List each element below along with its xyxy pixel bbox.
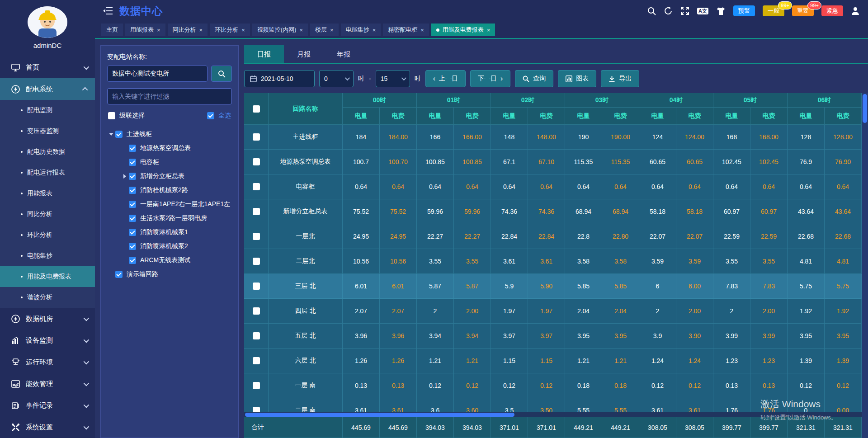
tab-close-icon[interactable]: × xyxy=(199,27,203,33)
report-tab-0[interactable]: 日报 xyxy=(244,45,284,63)
tree-node-checkbox[interactable] xyxy=(129,229,136,236)
submenu-item-0[interactable]: 配电监测 xyxy=(0,100,95,121)
row-checkbox[interactable] xyxy=(253,382,260,389)
submenu-item-4[interactable]: 用能报表 xyxy=(0,183,95,204)
row-checkbox[interactable] xyxy=(253,133,260,141)
tree-node-checkbox[interactable] xyxy=(129,187,136,194)
row-checkbox[interactable] xyxy=(253,307,260,315)
submenu-item-3[interactable]: 配电运行报表 xyxy=(0,162,95,183)
sidebar-item-2[interactable]: 数据机房 xyxy=(0,308,95,330)
tree-node-8[interactable]: 消防喷淋机械泵2 xyxy=(107,239,232,253)
cascade-checkbox[interactable] xyxy=(108,112,115,119)
submenu-item-2[interactable]: 配电历史数据 xyxy=(0,141,95,162)
caret-down-icon[interactable] xyxy=(108,133,114,136)
tab-8[interactable]: 用能及电费报表× xyxy=(431,24,495,36)
avatar[interactable] xyxy=(28,6,67,38)
tree-node-checkbox[interactable] xyxy=(115,131,123,138)
tree-node-checkbox[interactable] xyxy=(129,201,136,208)
select-all-rows-checkbox[interactable] xyxy=(253,105,260,113)
sidebar-item-5[interactable]: 能效管理 xyxy=(0,373,95,395)
row-checkbox[interactable] xyxy=(253,183,260,190)
tree-node-checkbox[interactable] xyxy=(129,215,136,222)
tree-filter-input[interactable] xyxy=(107,88,232,104)
station-search-button[interactable] xyxy=(211,66,232,82)
chart-button[interactable]: 图表 xyxy=(558,70,596,87)
row-checkbox[interactable] xyxy=(253,233,260,240)
hour-from-select[interactable]: 0 xyxy=(319,70,354,87)
vertical-scrollbar[interactable] xyxy=(862,93,868,438)
tab-6[interactable]: 电能集抄× xyxy=(341,24,381,36)
row-checkbox[interactable] xyxy=(253,208,260,215)
tab-close-icon[interactable]: × xyxy=(330,27,334,33)
tree-node-7[interactable]: 消防喷淋机械泵1 xyxy=(107,225,232,239)
tree-node-checkbox[interactable] xyxy=(115,271,123,278)
submenu-item-6[interactable]: 环比分析 xyxy=(0,225,95,245)
sidebar-item-6[interactable]: 事件记录 xyxy=(0,395,95,416)
tree-node-checkbox[interactable] xyxy=(129,145,136,152)
query-button[interactable]: 查询 xyxy=(515,70,553,87)
tab-2[interactable]: 同比分析× xyxy=(168,24,208,36)
alarm-badge-important[interactable]: 重要99+ xyxy=(792,5,814,16)
export-button[interactable]: 导出 xyxy=(601,70,639,87)
row-checkbox[interactable] xyxy=(253,283,260,290)
menu-fold-icon[interactable] xyxy=(103,7,113,15)
select-all-label[interactable]: 全选 xyxy=(218,112,231,120)
submenu-item-1[interactable]: 变压器监测 xyxy=(0,121,95,141)
select-all-checkbox[interactable] xyxy=(207,112,214,119)
tab-close-icon[interactable]: × xyxy=(241,27,245,33)
tree-node-10[interactable]: 演示箱回路 xyxy=(107,267,232,281)
row-checkbox[interactable] xyxy=(253,158,260,165)
tree-node-checkbox[interactable] xyxy=(129,257,136,264)
row-checkbox[interactable] xyxy=(253,258,260,265)
prev-day-button[interactable]: ‹ 上一日 xyxy=(425,70,466,87)
search-icon[interactable] xyxy=(647,7,656,15)
tree-node-9[interactable]: ARCM无线表测试 xyxy=(107,253,232,267)
row-checkbox[interactable] xyxy=(253,357,260,364)
tab-1[interactable]: 用能报表× xyxy=(125,24,165,36)
tab-5[interactable]: 楼层× xyxy=(310,24,339,36)
row-checkbox[interactable] xyxy=(253,407,260,412)
report-tab-2[interactable]: 年报 xyxy=(324,45,363,63)
sidebar-item-0[interactable]: 首页 xyxy=(0,57,95,78)
tree-node-checkbox[interactable] xyxy=(129,159,136,166)
tab-close-icon[interactable]: × xyxy=(420,27,424,33)
vertical-scrollbar-thumb[interactable] xyxy=(863,94,867,123)
submenu-item-5[interactable]: 同比分析 xyxy=(0,204,95,225)
tree-node-0[interactable]: 主进线柜 xyxy=(107,127,232,141)
tree-node-5[interactable]: 一层南1APE2右一层北1APE1左 xyxy=(107,197,232,211)
submenu-item-9[interactable]: 谐波分析 xyxy=(0,287,95,308)
submenu-item-7[interactable]: 电能集抄 xyxy=(0,245,95,266)
tab-close-icon[interactable]: × xyxy=(487,27,491,33)
tab-0[interactable]: 主页 xyxy=(101,24,123,36)
hour-to-select[interactable]: 15 xyxy=(376,70,410,87)
alarm-badge-warn[interactable]: 预警 xyxy=(733,5,755,16)
report-tab-1[interactable]: 月报 xyxy=(284,45,324,63)
tree-node-1[interactable]: 地源热泵空调总表 xyxy=(107,141,232,155)
tree-node-2[interactable]: 电容柜 xyxy=(107,155,232,169)
tree-node-4[interactable]: 消防栓机械泵2路 xyxy=(107,183,232,197)
tree-node-6[interactable]: 生活水泵2路一层弱电房 xyxy=(107,211,232,225)
alarm-badge-urgent[interactable]: 紧急 xyxy=(821,5,843,16)
tree-node-3[interactable]: 新增分立柜总表 xyxy=(107,169,232,183)
sidebar-item-7[interactable]: 系统设置 xyxy=(0,416,95,438)
theme-shirt-icon[interactable] xyxy=(716,7,726,15)
next-day-button[interactable]: 下一日 › xyxy=(470,70,510,87)
sidebar-item-3[interactable]: 设备监测 xyxy=(0,330,95,351)
tab-close-icon[interactable]: × xyxy=(299,27,303,33)
tab-close-icon[interactable]: × xyxy=(157,27,160,33)
horizontal-scrollbar-thumb[interactable] xyxy=(245,413,514,417)
tree-node-checkbox[interactable] xyxy=(129,173,136,180)
fullscreen-icon[interactable] xyxy=(680,6,689,15)
date-picker[interactable]: 2021-05-10 xyxy=(244,70,315,87)
row-checkbox[interactable] xyxy=(253,332,260,339)
tree-node-checkbox[interactable] xyxy=(129,243,136,250)
translate-icon[interactable]: A文 xyxy=(697,8,708,14)
submenu-item-8[interactable]: 用能及电费报表 xyxy=(0,266,95,287)
alarm-badge-general[interactable]: 一般99+ xyxy=(763,5,784,16)
station-input[interactable] xyxy=(107,66,208,82)
tab-close-icon[interactable]: × xyxy=(373,27,376,33)
horizontal-scrollbar[interactable] xyxy=(244,412,862,417)
caret-right-icon[interactable] xyxy=(122,174,128,179)
sidebar-item-4[interactable]: 运行环境 xyxy=(0,351,95,373)
user-icon[interactable] xyxy=(851,6,860,15)
